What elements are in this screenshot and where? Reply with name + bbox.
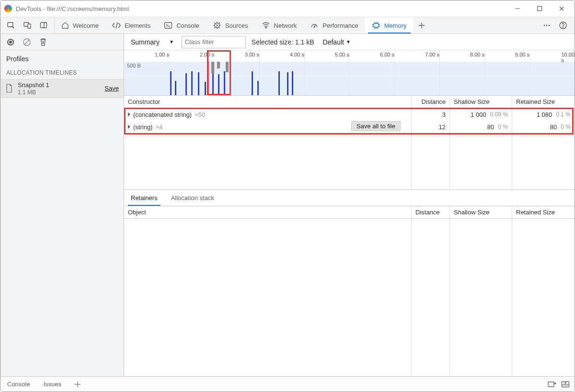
record-button[interactable] — [4, 36, 17, 48]
maximize-button[interactable] — [529, 0, 551, 17]
profiles-title: Profiles — [0, 50, 124, 67]
tab-label: Memory — [384, 22, 407, 29]
svg-point-11 — [546, 25, 548, 26]
cell-shallow: 1 000 — [471, 111, 486, 118]
main-toolbar: Summary ▼ Selected size: 1.1 kB Default … — [124, 34, 575, 50]
constructor-name: (concatenated string) — [133, 111, 192, 118]
dock-side-icon[interactable] — [36, 19, 51, 32]
expand-icon[interactable] — [128, 125, 130, 129]
col-distance[interactable]: Distance — [412, 96, 450, 108]
tab-performance[interactable]: Performance — [303, 17, 365, 34]
cell-retained: 80 — [550, 123, 557, 131]
col-retained[interactable]: Retained Size — [512, 96, 575, 108]
timeline-tick: 10.00 s — [561, 52, 575, 63]
delete-button[interactable] — [37, 36, 49, 48]
retention-select[interactable]: Default ▼ — [320, 37, 353, 47]
svg-point-10 — [544, 25, 545, 26]
bottom-bar: Console Issues — [0, 376, 575, 392]
svg-rect-9 — [374, 23, 379, 27]
device-toggle-icon[interactable] — [20, 19, 35, 32]
cell-shallow: 80 — [487, 123, 494, 131]
retention-select-label: Default — [323, 38, 344, 46]
col-retained[interactable]: Retained Size — [512, 206, 575, 218]
app-icon — [4, 5, 12, 12]
tab-label: Console — [176, 22, 199, 29]
timeline-tick: 1.00 s — [155, 52, 169, 57]
view-select-label: Summary — [131, 38, 160, 46]
tab-label: Elements — [125, 22, 150, 29]
clear-button[interactable] — [21, 36, 33, 48]
help-icon[interactable] — [555, 19, 571, 32]
inspect-tool-group — [0, 17, 55, 34]
tab-sources[interactable]: Sources — [206, 17, 255, 34]
constructor-count: ×50 — [195, 111, 205, 118]
col-distance[interactable]: Distance — [412, 206, 450, 218]
tab-retainers[interactable]: Retainers — [124, 190, 164, 206]
close-button[interactable] — [551, 0, 573, 17]
snapshot-save-link[interactable]: Save — [104, 85, 119, 92]
table-row[interactable]: (concatenated string) ×50 3 1 0000.09 % … — [124, 108, 575, 121]
retainers-table-header: Object Distance Shallow Size Retained Si… — [124, 206, 575, 219]
highlight-box — [207, 50, 231, 95]
snapshot-size: 1.1 MB — [18, 89, 49, 96]
snapshot-item[interactable]: Snapshot 1 1.1 MB Save — [0, 79, 124, 98]
col-shallow[interactable]: Shallow Size — [450, 206, 512, 218]
timeline-tick: 7.00 s — [425, 52, 439, 57]
constructor-table-header: Constructor Distance Shallow Size Retain… — [124, 96, 575, 108]
retainers-tabstrip: Retainers Allocation stack — [124, 190, 575, 206]
cell-distance: 3 — [442, 111, 446, 118]
table-row[interactable]: (string) ×4 12 800 % 800 % — [124, 121, 575, 133]
tab-welcome[interactable]: Welcome — [55, 17, 105, 34]
tab-allocation-stack[interactable]: Allocation stack — [164, 190, 221, 206]
snapshot-name: Snapshot 1 — [18, 81, 49, 89]
allocation-timelines-label: ALLOCATION TIMELINES — [0, 67, 124, 79]
more-menu-icon[interactable] — [539, 19, 554, 32]
col-constructor[interactable]: Constructor — [124, 96, 412, 108]
save-all-chip[interactable]: Save all to file — [351, 121, 401, 131]
tab-label: Network — [274, 22, 297, 29]
tab-network[interactable]: Network — [255, 17, 304, 34]
cell-retained: 1 080 — [537, 111, 552, 118]
tab-label: Sources — [225, 22, 248, 29]
export-icon[interactable] — [548, 381, 556, 388]
bottom-add-tab[interactable] — [68, 377, 87, 392]
bottom-tab-issues[interactable]: Issues — [37, 377, 69, 392]
tab-memory[interactable]: Memory — [365, 17, 414, 34]
main-pane: Summary ▼ Selected size: 1.1 kB Default … — [124, 34, 575, 376]
selected-size-label: Selected size: 1.1 kB — [252, 38, 314, 46]
svg-point-14 — [563, 27, 563, 27]
col-object[interactable]: Object — [124, 206, 412, 218]
timeline-overview[interactable]: 500 B 1.00 s 2.00 s 3.00 s 4.00 s 5.00 s… — [124, 50, 575, 96]
class-filter-input[interactable] — [182, 36, 246, 48]
timeline-tick: 4.00 s — [290, 52, 304, 57]
new-tab-button[interactable] — [414, 17, 430, 34]
window-title: DevTools - file:///C:/screens/memory.htm… — [16, 5, 129, 12]
constructor-name: (string) — [133, 123, 152, 131]
timeline-tick: 6.00 s — [380, 52, 394, 57]
view-select[interactable]: Summary ▼ — [128, 37, 176, 47]
titlebar: DevTools - file:///C:/screens/memory.htm… — [0, 0, 575, 17]
svg-point-12 — [549, 25, 550, 26]
tab-elements[interactable]: Elements — [105, 17, 157, 34]
tab-label: Welcome — [73, 22, 99, 29]
expand-icon[interactable] — [128, 112, 130, 116]
bottom-tab-console[interactable]: Console — [0, 377, 37, 392]
svg-rect-3 — [28, 24, 31, 28]
minimize-button[interactable] — [506, 0, 529, 17]
timeline-tick: 8.00 s — [470, 52, 484, 57]
down-caret-icon: ▼ — [346, 39, 351, 45]
timeline-tick: 3.00 s — [245, 52, 259, 57]
sidebar-toolbar — [0, 34, 124, 50]
tabstrip: Welcome Elements Console Sources Network… — [0, 17, 575, 34]
col-shallow[interactable]: Shallow Size — [450, 96, 512, 108]
svg-rect-4 — [41, 22, 47, 28]
drawer-toggle-icon[interactable] — [561, 381, 570, 388]
file-icon — [5, 84, 14, 93]
cell-distance: 12 — [439, 123, 446, 131]
inspect-icon[interactable] — [3, 19, 19, 32]
constructor-table: Constructor Distance Shallow Size Retain… — [124, 96, 575, 190]
down-caret-icon: ▼ — [169, 39, 174, 45]
svg-point-8 — [314, 27, 315, 28]
tab-console[interactable]: Console — [157, 17, 206, 34]
svg-point-7 — [265, 27, 266, 28]
